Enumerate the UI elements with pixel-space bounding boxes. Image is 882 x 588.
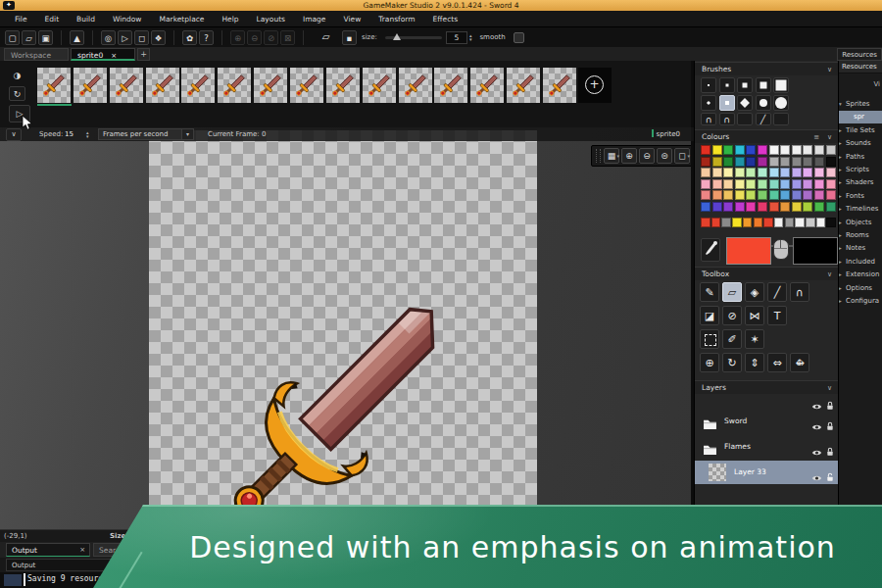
brush-square-5[interactable] [773, 77, 789, 93]
colour-swatch[interactable] [701, 202, 710, 212]
frame-thumbnail-5[interactable] [218, 68, 251, 103]
colour-swatch[interactable] [723, 157, 733, 167]
recent-colour-swatch[interactable] [826, 218, 836, 227]
create-executable-button[interactable]: ▲ [70, 30, 84, 45]
tree-arrow-icon[interactable]: ▸ [839, 269, 846, 281]
resource-shaders[interactable]: ▸Shaders [839, 176, 882, 189]
tree-arrow-icon[interactable]: ▸ [839, 164, 846, 176]
smooth-checkbox[interactable] [514, 32, 524, 43]
recent-colour-swatch[interactable] [754, 218, 763, 227]
colour-swatch[interactable] [792, 168, 802, 177]
tab-workspace1[interactable]: Workspace 1× [4, 48, 69, 61]
colour-swatch[interactable] [803, 157, 812, 167]
colour-swatch[interactable] [746, 168, 756, 177]
tree-arrow-icon[interactable]: ▸ [839, 256, 846, 269]
canvas-view-button[interactable]: ◻▾ [674, 148, 690, 164]
colour-swatch[interactable] [769, 168, 779, 177]
colour-swatch[interactable] [803, 190, 812, 200]
collapse-chevron-icon[interactable]: ∨ [6, 128, 22, 141]
resource-included[interactable]: ▸Included [839, 256, 882, 269]
colour-swatch[interactable] [780, 145, 790, 155]
game-options-button[interactable]: ✿ [182, 30, 197, 45]
lock-icon[interactable] [826, 416, 834, 435]
colour-swatch[interactable] [826, 179, 836, 189]
menu-transform[interactable]: Transform [369, 11, 423, 27]
resource-timelines[interactable]: ▸Timelines [839, 203, 882, 216]
tree-arrow-icon[interactable]: ▸ [839, 242, 846, 255]
chevron-down-icon[interactable]: ∨ [827, 268, 832, 281]
tool-rotate[interactable]: ↻ [722, 353, 742, 372]
resource-configura[interactable]: ▸Configura [839, 295, 882, 308]
tool-zoom[interactable]: ⊕ [700, 353, 719, 372]
resource-objects[interactable]: ▸Objects [839, 217, 882, 229]
frame-thumbnail-0[interactable] [37, 68, 71, 103]
close-icon[interactable]: × [111, 52, 117, 60]
colour-swatch[interactable] [746, 179, 756, 189]
tool-fill[interactable]: ◈ [745, 282, 764, 302]
tree-arrow-icon[interactable]: ▸ [839, 124, 846, 137]
brush-line[interactable]: ╱ [756, 113, 771, 125]
menu-marketplace[interactable]: Marketplace [151, 11, 214, 27]
zoom-in-button[interactable]: ⊕ [230, 30, 245, 45]
tool-select-rect[interactable] [700, 329, 719, 349]
resource-paths[interactable]: ▸Paths [839, 151, 882, 164]
tool-select-brush[interactable]: ✐ [722, 329, 742, 349]
recent-colour-swatch[interactable] [795, 218, 805, 227]
colour-swatch[interactable] [814, 179, 824, 189]
tool-arc[interactable]: ∩ [790, 282, 809, 302]
colour-swatch[interactable] [735, 157, 745, 167]
zoom-out-button[interactable]: ⊖ [247, 30, 262, 45]
colour-swatch[interactable] [712, 190, 722, 200]
colour-swatch[interactable] [826, 145, 836, 155]
save-file-button[interactable]: ▣ [38, 30, 53, 45]
tree-arrow-icon[interactable]: ▸ [839, 137, 846, 150]
colour-swatch[interactable] [758, 179, 767, 189]
frame-thumbnail-12[interactable] [470, 68, 504, 103]
debug-button[interactable]: ◎ [101, 30, 116, 45]
colour-swatch[interactable] [769, 202, 779, 212]
recent-colour-swatch[interactable] [816, 218, 826, 227]
colour-swatch[interactable] [712, 157, 722, 167]
toolbar-grip[interactable] [596, 149, 601, 163]
close-icon[interactable]: × [79, 544, 85, 557]
chevron-down-icon[interactable]: ∨ [827, 63, 832, 76]
tool-move-vertical[interactable]: ⇕ [745, 353, 764, 372]
recent-colour-swatch[interactable] [806, 218, 815, 227]
colour-swatch[interactable] [826, 190, 836, 200]
eye-icon[interactable] [811, 416, 822, 435]
colour-swatch[interactable] [712, 202, 722, 212]
colour-swatch[interactable] [814, 157, 824, 167]
recent-colour-swatch[interactable] [785, 218, 795, 227]
colour-swatch[interactable] [780, 190, 790, 200]
frame-thumbnail-9[interactable] [363, 68, 396, 103]
tool-magic-wand[interactable]: ✶ [745, 329, 764, 349]
colour-swatch[interactable] [735, 168, 745, 177]
tool-move-horizontal[interactable]: ⇔ [767, 353, 787, 372]
resource-rooms[interactable]: ▸Rooms [839, 229, 882, 242]
colour-swatch[interactable] [746, 202, 756, 212]
colour-swatch[interactable] [792, 202, 802, 212]
tab-resources[interactable]: Resources [837, 48, 882, 61]
resource-tile-sets[interactable]: ▸Tile Sets [839, 124, 882, 137]
layer-row-flames[interactable]: Flames [695, 435, 839, 459]
colours-section-header[interactable]: Colours ≡ ∨ [695, 129, 839, 143]
stop-button[interactable]: ◻ [134, 30, 149, 45]
chevron-down-icon[interactable]: ∨ [827, 381, 832, 395]
add-frame-button[interactable]: + [578, 68, 612, 103]
colour-swatch[interactable] [712, 179, 722, 189]
frame-thumbnail-1[interactable] [74, 68, 107, 103]
menu-icon[interactable]: ≡ [813, 130, 819, 144]
brush-square-3[interactable] [737, 77, 753, 93]
colour-swatch[interactable] [735, 190, 745, 200]
colour-swatch[interactable] [780, 202, 790, 212]
speed-value[interactable]: 15 [65, 127, 74, 141]
tool-rectangle[interactable]: ◪ [700, 306, 719, 325]
frame-thumbnail-14[interactable] [543, 68, 576, 103]
colour-swatch[interactable] [826, 202, 836, 212]
recent-colour-swatch[interactable] [701, 218, 710, 227]
new-file-button[interactable]: ▢ [5, 30, 20, 45]
menu-layouts[interactable]: Layouts [248, 11, 294, 27]
colour-swatch[interactable] [792, 179, 802, 189]
tool-eraser[interactable]: ▱ [722, 282, 742, 302]
brush-empty-1[interactable] [737, 113, 753, 125]
